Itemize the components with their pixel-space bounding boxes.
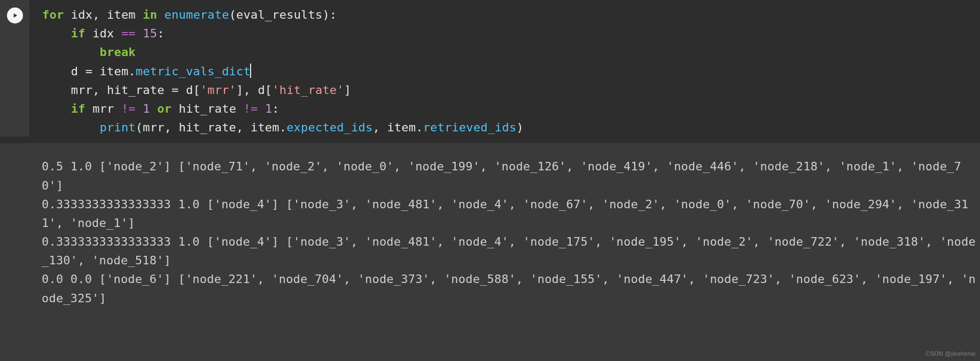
paren: ( <box>136 121 143 134</box>
operator-assign: = <box>165 83 186 97</box>
operator-neq: != <box>244 102 258 115</box>
keyword-for: for <box>42 8 64 21</box>
attr-retrieved-ids: retrieved_ids <box>423 121 517 134</box>
bracket-close: ] <box>344 83 351 97</box>
dot: . <box>279 121 286 134</box>
keyword-or: or <box>157 102 172 115</box>
cell-output: 0.5 1.0 ['node_2'] ['node_71', 'node_2',… <box>0 143 980 312</box>
identifier-d: d <box>186 83 193 97</box>
output-line: 0.5 1.0 ['node_2'] ['node_71', 'node_2',… <box>42 160 961 192</box>
code-cell: for idx, item in enumerate(eval_results)… <box>0 0 980 143</box>
text-cursor <box>250 64 251 77</box>
identifier-item: item <box>107 8 136 21</box>
identifier-eval-results: eval_results <box>236 8 322 21</box>
output-line: 0.3333333333333333 1.0 ['node_4'] ['node… <box>42 198 968 230</box>
attr-expected-ids: expected_ids <box>286 121 372 134</box>
keyword-if: if <box>71 102 85 115</box>
comma: , <box>373 121 387 134</box>
colon: : <box>157 27 164 40</box>
identifier-d: d <box>71 65 78 78</box>
builtin-print: print <box>100 121 136 134</box>
identifier-idx: idx <box>92 27 114 40</box>
identifier-item: item <box>100 65 129 78</box>
notebook-cell: for idx, item in enumerate(eval_results)… <box>0 0 980 361</box>
identifier-hit-rate: hit_rate <box>179 102 237 115</box>
number-1: 1 <box>265 102 272 115</box>
comma: , <box>92 83 107 97</box>
identifier-item: item <box>251 121 279 134</box>
output-line: 0.3333333333333333 1.0 ['node_4'] ['node… <box>42 235 976 267</box>
identifier-hit-rate: hit_rate <box>178 121 236 134</box>
builtin-enumerate: enumerate <box>165 8 229 21</box>
identifier-d: d <box>258 83 265 97</box>
dot: . <box>416 121 423 134</box>
cell-gutter <box>0 0 29 137</box>
dot: . <box>128 65 135 78</box>
comma: , <box>92 8 107 21</box>
operator-assign: = <box>78 65 99 78</box>
identifier-hit-rate: hit_rate <box>107 83 165 97</box>
paren-close: ) <box>516 121 523 134</box>
output-line: 0.0 0.0 ['node_6'] ['node_221', 'node_70… <box>42 272 976 304</box>
string-mrr: 'mrr' <box>200 83 236 97</box>
operator-neq: != <box>121 102 136 115</box>
bracket: [ <box>193 83 200 97</box>
code-editor[interactable]: for idx, item in enumerate(eval_results)… <box>29 5 976 137</box>
identifier-mrr: mrr <box>71 83 92 97</box>
number-15: 15 <box>143 27 157 40</box>
identifier-item: item <box>387 121 416 134</box>
number-1: 1 <box>143 102 150 115</box>
comma: , <box>236 121 251 134</box>
run-button[interactable] <box>7 7 23 23</box>
colon: : <box>272 102 279 115</box>
identifier-idx: idx <box>71 8 92 21</box>
keyword-break: break <box>100 45 136 59</box>
attr-metric-vals-dict: metric_vals_dict <box>136 65 251 78</box>
paren-close: ): <box>322 8 337 21</box>
keyword-in: in <box>143 8 157 21</box>
watermark: CSDN @jieshenai <box>926 349 976 359</box>
paren: ( <box>229 8 236 21</box>
bracket: [ <box>265 83 272 97</box>
string-hit-rate: 'hit_rate' <box>272 83 344 97</box>
identifier-mrr: mrr <box>92 102 114 115</box>
identifier-mrr: mrr <box>143 121 164 134</box>
bracket-close: ], <box>236 83 258 97</box>
keyword-if: if <box>71 27 85 40</box>
comma: , <box>165 121 179 134</box>
play-icon <box>11 12 19 19</box>
operator-eq: == <box>121 27 136 40</box>
